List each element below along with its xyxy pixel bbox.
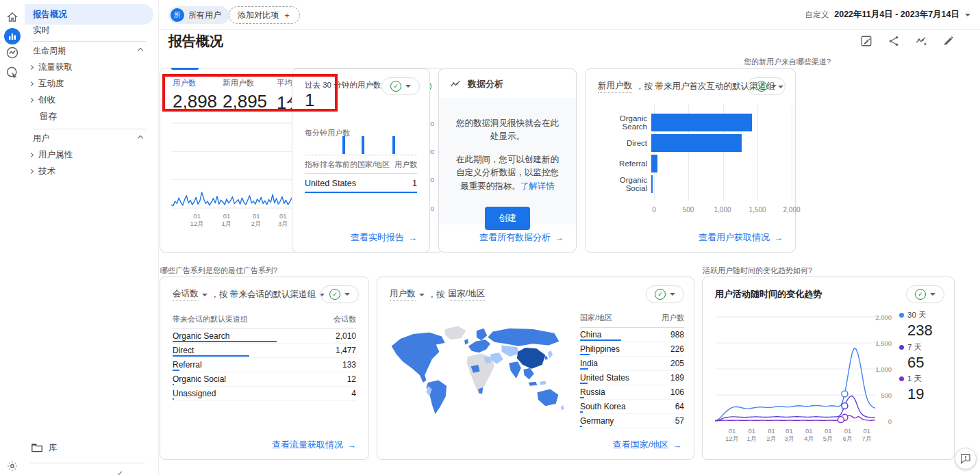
top-bar: 所 所有用户 添加对比项 ＋ 自定义 2022年11月4日 - 2023年7月1… [159, 0, 980, 30]
table-row[interactable]: Organic Search2,010 [173, 329, 356, 344]
view-user-acquisition-link[interactable]: 查看用户获取情况→ [699, 231, 783, 244]
card-options-pill[interactable]: ✓ [321, 285, 359, 303]
table-row[interactable]: United States189 [580, 371, 684, 385]
table-row[interactable]: India205 [580, 357, 684, 371]
edit-pencil-icon[interactable] [942, 34, 955, 48]
advertising-icon[interactable] [5, 65, 20, 80]
view-countries-link[interactable]: 查看国家/地区→ [612, 439, 681, 451]
table-row[interactable]: China988 [580, 328, 684, 342]
settings-gear-icon[interactable] [5, 459, 20, 474]
header-actions [859, 34, 955, 48]
activity-line-chart[interactable]: 05001,0001,5002,0000112月011月012月013月014月… [711, 307, 897, 447]
table-row[interactable]: Unassigned4 [173, 387, 356, 401]
collapse-chevron-icon [138, 136, 143, 141]
view-realtime-link[interactable]: 查看实时报告→ [351, 231, 417, 244]
create-insight-button[interactable]: 创建 [485, 207, 530, 230]
column-header: 会话数 [334, 314, 356, 324]
new-users-card: 新用户数 ，按 带来用户首次互动的默认渠道组 ✓ Organic Search … [585, 68, 796, 253]
legend-7d[interactable]: 7 天 65 [899, 342, 924, 372]
table-row[interactable]: United States 1 [305, 174, 417, 188]
world-map[interactable] [384, 313, 570, 431]
explore-icon[interactable] [5, 45, 20, 60]
audience-chip[interactable]: 所 所有用户 [168, 6, 229, 24]
share-icon[interactable] [887, 34, 901, 48]
feedback-icon [960, 453, 971, 464]
metric-selector[interactable]: 会话数 [173, 288, 199, 301]
value-bar [580, 339, 621, 342]
customize-report-icon[interactable] [859, 34, 873, 48]
bar-row[interactable]: Referral [596, 155, 792, 172]
collapse-chevron-icon [138, 48, 143, 53]
folder-icon [32, 443, 42, 452]
arrow-right-icon: → [673, 440, 681, 450]
svg-text:0: 0 [431, 205, 434, 212]
column-header: 国家/地区 [580, 313, 612, 323]
legend-dot [899, 376, 904, 381]
feedback-button[interactable] [955, 448, 977, 470]
nav-item-tech[interactable]: 技术 [25, 163, 153, 179]
realtime-options-pill[interactable]: ✓ [381, 77, 420, 95]
nav-item-retention[interactable]: 留存 [25, 108, 153, 125]
chevron-down-icon[interactable] [419, 294, 425, 296]
card-options-pill[interactable]: ✓ [906, 285, 944, 303]
legend-1d[interactable]: 1 天 19 [899, 374, 924, 403]
nav-item-engagement[interactable]: 互动度 [25, 75, 153, 92]
activity-title: 用户活动随时间的变化趋势 [715, 288, 822, 300]
dimension-selector[interactable]: 国家/地区 [449, 288, 485, 301]
reports-icon[interactable] [4, 28, 21, 44]
sessions-card: 会话数 ，按 带来会话的默认渠道组 ✓ 带来会话的默认渠道组会话数 Organi… [160, 277, 369, 460]
nav-item-library[interactable]: 库 [25, 439, 153, 456]
svg-text:1,000: 1,000 [875, 365, 892, 373]
view-traffic-acquisition-link[interactable]: 查看流量获取情况→ [272, 439, 356, 451]
nav-item-user-attributes[interactable]: 用户属性 [25, 146, 153, 163]
card-options-pill[interactable]: ✓ [646, 285, 684, 303]
value-bar [580, 411, 583, 413]
table-row[interactable]: Germany57 [580, 414, 684, 428]
legend-dot [899, 345, 904, 350]
x-axis-ticks: 0 500 1,000 1,500 2,000 [596, 206, 785, 214]
value-bar [173, 341, 277, 343]
metric-selector[interactable]: 用户数 [390, 288, 416, 301]
insights-icon [450, 79, 462, 89]
metric-users[interactable]: 用户数 2,898 [173, 78, 217, 112]
bar-row[interactable]: Organic Social [596, 175, 792, 193]
table-row[interactable]: South Korea64 [580, 400, 684, 414]
add-comparison-button[interactable]: 添加对比项 ＋ [229, 6, 300, 24]
table-row[interactable]: Russia106 [580, 385, 684, 400]
value-bar [173, 384, 174, 386]
chevron-down-icon[interactable] [202, 294, 208, 296]
check-icon: ✓ [915, 289, 926, 300]
legend-dot [899, 313, 904, 318]
nav-section-user[interactable]: 用户 [25, 130, 153, 146]
new-users-bar-chart[interactable]: Organic Search Direct Referral Organic S… [596, 105, 785, 204]
carousel-tab-indicator[interactable] [171, 68, 199, 70]
collapse-nav-icon[interactable] [119, 470, 124, 475]
table-row[interactable]: Direct1,477 [173, 344, 356, 358]
realtime-country-table: 指标排名靠前的国家/地区 用户数 United States 1 [305, 159, 417, 193]
chevron-down-icon [670, 293, 675, 296]
nav-item-acquisition[interactable]: 流量获取 [25, 59, 153, 75]
value-bar [580, 354, 590, 356]
svg-text:01: 01 [193, 212, 201, 220]
view-all-insights-link[interactable]: 查看所有数据分析→ [479, 231, 564, 244]
nav-section-lifecycle[interactable]: 生命周期 [25, 42, 153, 59]
table-row[interactable]: Philippines226 [580, 342, 684, 357]
check-icon: ✓ [655, 289, 666, 300]
metric-new-users[interactable]: 新用户数 2,895 [223, 78, 267, 112]
legend-30d[interactable]: 30 天 238 [899, 310, 933, 339]
date-range-picker[interactable]: 自定义 2022年11月4日 - 2023年7月14日 [805, 9, 970, 21]
nav-item-monetization[interactable]: 创收 [25, 92, 153, 108]
table-row[interactable]: Organic Social12 [173, 372, 356, 387]
arrow-right-icon: → [555, 233, 564, 243]
card-options-pill[interactable]: ✓ [747, 77, 786, 95]
learn-more-link[interactable]: 了解详情 [520, 181, 555, 191]
home-icon[interactable] [5, 10, 20, 25]
insights-icon[interactable] [914, 34, 928, 48]
card-question: 哪些广告系列是您的最佳广告系列? [160, 266, 277, 276]
bar-row[interactable]: Organic Search [596, 114, 792, 131]
nav-item-realtime[interactable]: 实时 [25, 22, 153, 38]
bar-row[interactable]: Direct [596, 134, 792, 152]
table-row[interactable]: Referral133 [173, 358, 356, 372]
users-per-minute-bar-chart[interactable] [305, 136, 417, 155]
metric-selector[interactable]: 新用户数 [598, 80, 632, 93]
